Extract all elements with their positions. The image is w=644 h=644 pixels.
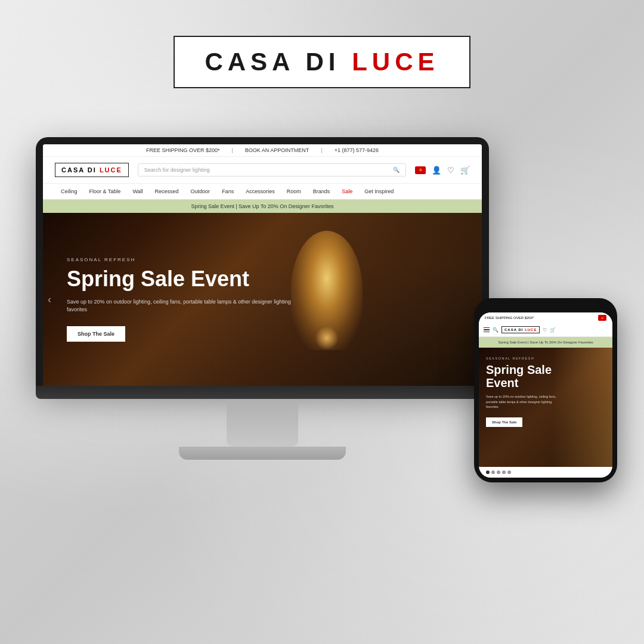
- phone-logo[interactable]: CASA DI LUCE: [501, 326, 540, 333]
- menu-sale[interactable]: Sale: [336, 184, 358, 199]
- phone-frame: FREE SHIPPING OVER $200* 🍁 🔍 CASA DI LUC…: [474, 298, 617, 482]
- dot-3[interactable]: [497, 470, 500, 474]
- hero-section: ‹ SEASONAL REFRESH Spring Sale Event Sav…: [43, 213, 482, 386]
- phone-hero-bg: [553, 348, 612, 467]
- dot-1[interactable]: [486, 470, 490, 474]
- logo-text: CASA DI LUCE: [205, 48, 439, 76]
- logo-red-text: LUCE: [352, 48, 439, 76]
- menu-accessories[interactable]: Accessories: [240, 184, 281, 199]
- hero-cta-button[interactable]: Shop The Sale: [67, 326, 125, 342]
- divider-2: |: [321, 147, 322, 153]
- menu-ceiling[interactable]: Ceiling: [55, 184, 83, 199]
- wishlist-icon[interactable]: ♡: [447, 166, 454, 175]
- menu-fans[interactable]: Fans: [216, 184, 240, 199]
- phone-logo-black: CASA DI: [504, 328, 525, 332]
- logo-black-text: CASA DI: [205, 48, 352, 76]
- canada-flag-icon[interactable]: 🍁: [415, 166, 426, 174]
- appointment-text[interactable]: BOOK AN APPOINTMENT: [245, 147, 309, 153]
- hamburger-icon[interactable]: [484, 327, 490, 333]
- menu-outdoor[interactable]: Outdoor: [185, 184, 216, 199]
- hero-subtitle: Save up to 20% on outdoor lighting, ceil…: [67, 298, 293, 314]
- phone-text[interactable]: +1 (877) 577-9426: [335, 147, 379, 153]
- phone-hero: SEASONAL REFRESH Spring SaleEvent Save u…: [479, 348, 612, 467]
- monitor-stand-neck: [227, 399, 298, 447]
- hero-content: SEASONAL REFRESH Spring Sale Event Save …: [67, 257, 293, 342]
- phone-promo-text: Spring Sale Event | Save Up To 20% On De…: [498, 340, 593, 344]
- monitor-screen: FREE SHIPPING OVER $200* | BOOK AN APPOI…: [43, 144, 482, 386]
- account-icon[interactable]: 👤: [432, 166, 441, 175]
- search-icon[interactable]: 🔍: [393, 167, 400, 173]
- phone-screen: FREE SHIPPING OVER $200* 🍁 🔍 CASA DI LUC…: [479, 312, 612, 478]
- site-logo-black: CASA DI: [61, 166, 100, 174]
- menu-wall[interactable]: Wall: [126, 184, 148, 199]
- site-top-bar: FREE SHIPPING OVER $200* | BOOK AN APPOI…: [43, 144, 482, 157]
- phone-promo-bar[interactable]: Spring Sale Event | Save Up To 20% On De…: [479, 337, 612, 348]
- phone-wishlist-icon[interactable]: ♡: [543, 327, 547, 333]
- site-menu: Ceiling Floor & Table Wall Recessed Outd…: [43, 184, 482, 200]
- dot-2[interactable]: [491, 470, 495, 474]
- monitor: FREE SHIPPING OVER $200* | BOOK AN APPOI…: [36, 137, 489, 460]
- site-logo[interactable]: CASA DI LUCE: [55, 163, 129, 177]
- monitor-stand-top: [36, 386, 489, 399]
- phone-carousel-dots: [479, 467, 612, 478]
- phone-notch: [522, 298, 569, 310]
- phone-cart-icon[interactable]: 🛒: [550, 327, 556, 333]
- divider-1: |: [232, 147, 233, 153]
- site-nav-bar: CASA DI LUCE Search for designer lightin…: [43, 157, 482, 184]
- phone-logo-red: LUCE: [525, 328, 537, 332]
- promo-text: Spring Sale Event | Save Up To 20% On De…: [191, 203, 334, 209]
- phone-hero-subtitle: Save up to 20% on outdoor lighting, ceil…: [486, 394, 564, 409]
- monitor-base: [179, 447, 346, 460]
- phone-top-bar: FREE SHIPPING OVER $200* 🍁: [479, 312, 612, 323]
- promo-bar[interactable]: Spring Sale Event | Save Up To 20% On De…: [43, 200, 482, 213]
- phone: FREE SHIPPING OVER $200* 🍁 🔍 CASA DI LUC…: [474, 298, 617, 482]
- menu-get-inspired[interactable]: Get Inspired: [358, 184, 400, 199]
- menu-recessed[interactable]: Recessed: [149, 184, 185, 199]
- monitor-frame: FREE SHIPPING OVER $200* | BOOK AN APPOI…: [36, 137, 489, 386]
- hero-tag: SEASONAL REFRESH: [67, 257, 293, 262]
- hero-title: Spring Sale Event: [67, 267, 293, 291]
- phone-flag-icon: 🍁: [598, 315, 606, 321]
- search-placeholder: Search for designer lighting: [144, 167, 210, 173]
- phone-nav: 🔍 CASA DI LUCE ♡ 🛒: [479, 323, 612, 337]
- hero-prev-arrow[interactable]: ‹: [48, 293, 51, 306]
- cart-icon[interactable]: 🛒: [460, 166, 470, 175]
- phone-icons: ♡ 🛒: [543, 327, 556, 333]
- search-bar[interactable]: Search for designer lighting 🔍: [138, 163, 406, 177]
- menu-brands[interactable]: Brands: [307, 184, 336, 199]
- menu-room[interactable]: Room: [281, 184, 307, 199]
- dot-5[interactable]: [507, 470, 511, 474]
- phone-cta-button[interactable]: Shop The Sale: [486, 417, 522, 427]
- menu-floor-table[interactable]: Floor & Table: [83, 184, 127, 199]
- dot-4[interactable]: [502, 470, 506, 474]
- site-icons: 🍁 👤 ♡ 🛒: [415, 166, 470, 175]
- site-logo-red: LUCE: [100, 166, 122, 174]
- phone-search-icon[interactable]: 🔍: [493, 327, 499, 333]
- shipping-text: FREE SHIPPING OVER $200*: [146, 147, 220, 153]
- phone-shipping-text: FREE SHIPPING OVER $200*: [485, 316, 534, 320]
- main-logo: CASA DI LUCE: [174, 36, 470, 88]
- hero-lamp-decoration: [291, 231, 363, 350]
